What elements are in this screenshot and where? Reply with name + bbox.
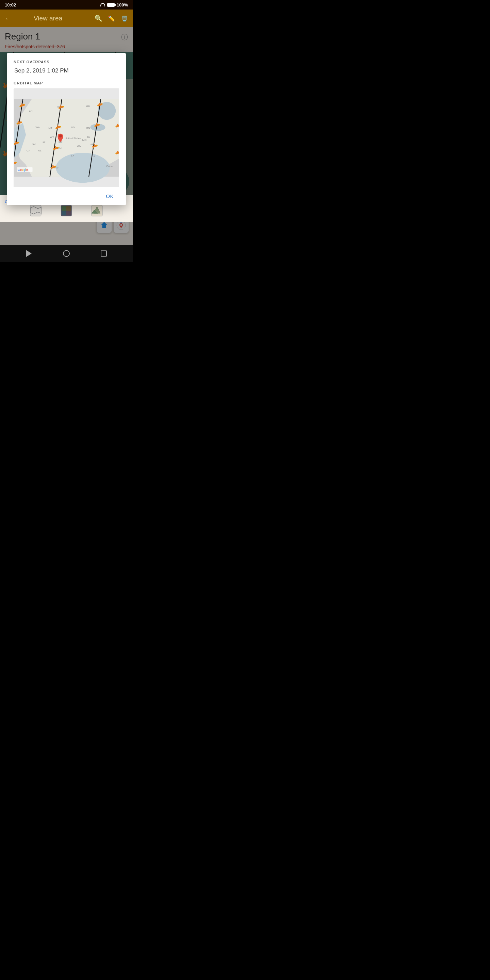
battery-percentage: 100% — [117, 2, 128, 8]
dialog-overpass: NEXT OVERPASS Sep 2, 2019 1:02 PM ORBITA… — [7, 53, 126, 205]
delete-icon[interactable] — [121, 15, 128, 22]
svg-text:NV: NV — [32, 143, 36, 146]
search-icon[interactable] — [95, 14, 102, 22]
svg-text:UT: UT — [42, 141, 46, 144]
svg-rect-118 — [62, 206, 66, 211]
map-type-terrain[interactable] — [90, 204, 104, 218]
svg-text:CA: CA — [27, 149, 30, 152]
svg-text:MT: MT — [48, 127, 52, 130]
svg-text:TX: TX — [71, 154, 75, 157]
status-icons: 100% — [100, 2, 128, 8]
nav-back-button[interactable] — [24, 249, 34, 258]
svg-text:BC: BC — [29, 110, 33, 113]
svg-rect-119 — [66, 206, 71, 211]
svg-text:IA: IA — [88, 135, 90, 138]
svg-text:United States: United States — [65, 137, 81, 140]
svg-text:WA: WA — [35, 126, 40, 129]
wifi-icon — [100, 3, 105, 6]
overpass-datetime: Sep 2, 2019 1:02 PM — [14, 67, 119, 74]
svg-rect-121 — [66, 211, 71, 215]
svg-text:Cuba: Cuba — [106, 165, 113, 168]
svg-rect-115 — [30, 205, 41, 216]
svg-text:MN: MN — [86, 127, 90, 130]
svg-text:MO: MO — [82, 138, 87, 142]
nav-home-button[interactable] — [62, 249, 71, 258]
svg-point-28 — [56, 153, 110, 183]
orbital-map-container: BC SK MB WA MT ND MN WY IA NV UT NM OK A… — [14, 89, 119, 187]
svg-text:MB: MB — [86, 105, 90, 108]
battery-icon — [107, 3, 115, 7]
background-content: Region 1 Fires/hotspots detected: 376 — [0, 27, 133, 245]
svg-text:ND: ND — [71, 126, 75, 129]
svg-rect-120 — [62, 211, 66, 215]
svg-text:Google: Google — [18, 168, 28, 172]
svg-text:OK: OK — [77, 144, 81, 147]
svg-text:AZ: AZ — [38, 149, 41, 152]
ok-button[interactable]: OK — [102, 191, 118, 201]
map-type-map[interactable] — [29, 204, 43, 218]
dialog-actions: OK — [14, 187, 119, 205]
status-time: 10:02 — [5, 2, 16, 8]
app-bar: View area — [0, 10, 133, 27]
edit-icon[interactable] — [108, 15, 115, 22]
svg-text:WY: WY — [50, 135, 54, 138]
nav-recent-button[interactable] — [99, 249, 108, 258]
nav-bar — [0, 245, 133, 262]
orbital-map-label: ORBITAL MAP — [14, 81, 119, 85]
app-bar-title: View area — [5, 14, 91, 22]
status-bar: 10:02 100% — [0, 0, 133, 10]
svg-point-109 — [59, 134, 62, 137]
next-overpass-label: NEXT OVERPASS — [14, 60, 119, 64]
map-type-satellite[interactable] — [60, 204, 73, 218]
orbital-map-svg: BC SK MB WA MT ND MN WY IA NV UT NM OK A… — [14, 89, 119, 187]
map-type-bar — [0, 204, 133, 220]
app-bar-actions — [95, 14, 128, 22]
